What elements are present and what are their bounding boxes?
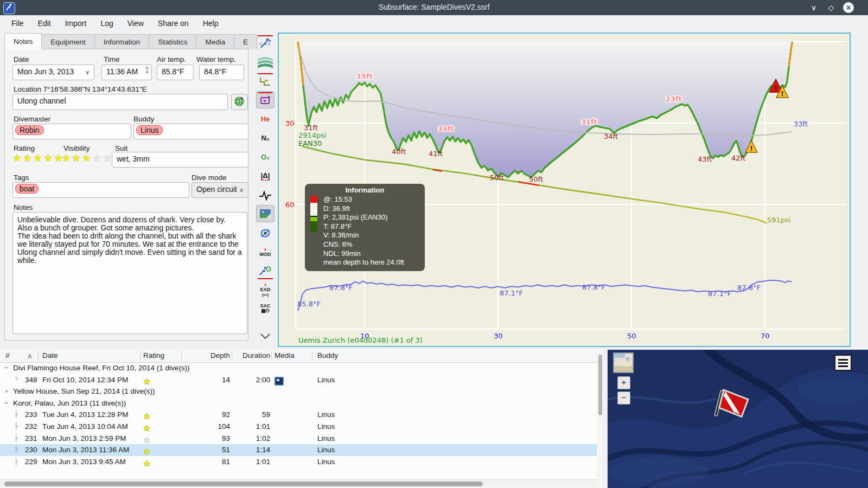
expander-icon[interactable]: ›	[3, 402, 10, 404]
close-button[interactable]: ×	[843, 2, 854, 13]
scrollbar-thumb[interactable]	[4, 481, 483, 486]
dive-computer-button[interactable]	[256, 35, 275, 52]
location-label: Location 7°16'58.386"N 134°14'43.631"E	[14, 85, 146, 93]
maximize-button[interactable]: ◇	[826, 2, 837, 13]
buddy-tag[interactable]: Linus	[136, 125, 163, 135]
map-menu-button[interactable]	[834, 355, 852, 371]
minimize-button[interactable]: ∨	[808, 2, 819, 13]
dive-trip-row[interactable]: ›Yellow House, Sun Sep 21, 2014 (1 dive(…	[0, 386, 597, 397]
oxygen-button[interactable]: O₂	[256, 148, 275, 165]
dive-row[interactable]: ├231Mon Jun 3, 2013 2:59 PM★★★★★931:02Li…	[0, 433, 597, 445]
toolbar-scroll-down-button[interactable]	[256, 328, 275, 345]
watertemp-field[interactable]: 84.8°F	[199, 65, 244, 80]
divemaster-tag[interactable]: Robin	[15, 125, 44, 135]
menu-file[interactable]: File	[4, 15, 31, 31]
star-icon[interactable]: ★	[143, 459, 150, 468]
col-number[interactable]: #	[5, 351, 10, 359]
star-icon[interactable]: ★	[82, 152, 91, 164]
map-view[interactable]: + −	[608, 350, 868, 488]
star-icon[interactable]: ★	[143, 412, 150, 421]
dive-row[interactable]: └348Fri Oct 10, 2014 12:34 PM★★★★★142:00…	[0, 374, 597, 386]
star-icon[interactable]: ★	[43, 152, 53, 164]
airtemp-field[interactable]: 85.8°F	[157, 65, 194, 80]
tab-information[interactable]: Information	[94, 34, 150, 49]
divemaster-input[interactable]: Robin	[12, 124, 131, 139]
mod-button[interactable]: ＋MOD	[256, 243, 275, 261]
photos-button[interactable]	[256, 205, 275, 222]
col-media[interactable]: Media	[275, 351, 295, 359]
nitrogen-button[interactable]: N₂	[256, 129, 275, 146]
tab-statistics[interactable]: Statistics	[149, 34, 196, 49]
star-icon[interactable]: ★	[143, 435, 150, 445]
star-icon[interactable]: ★	[12, 152, 22, 164]
col-buddy[interactable]: Buddy	[317, 351, 338, 359]
dive-duration: 1:02	[232, 434, 270, 442]
star-icon[interactable]: ★	[103, 152, 112, 164]
suit-input[interactable]: wet, 3mm	[112, 152, 248, 168]
star-icon[interactable]: ★	[72, 152, 81, 164]
star-icon[interactable]: ★	[143, 447, 150, 457]
location-input[interactable]: Ulong channel	[12, 94, 228, 110]
col-rating[interactable]: Rating	[143, 351, 164, 359]
star-icon[interactable]: ★	[92, 152, 101, 164]
dive-profile-chart[interactable]: 15ft35ft31ft23ft31ft40ft41ft50ft50ft34ft…	[278, 33, 851, 347]
dive-list-header[interactable]: # ∧ Date Rating Depth Duration Media Bud…	[0, 349, 597, 363]
minimap-thumbnail[interactable]	[613, 352, 634, 373]
expander-icon[interactable]: ›	[3, 367, 10, 369]
map-zoom-out-button[interactable]: −	[617, 391, 630, 404]
dive-row[interactable]: ├232Tue Jun 4, 2013 10:04 AM★★★★★1041:01…	[0, 421, 597, 433]
ceiling-button[interactable]	[256, 91, 275, 108]
dive-row[interactable]: ├233Tue Jun 4, 2013 12:28 PM★★★★★9259Lin…	[0, 409, 597, 421]
menu-log[interactable]: Log	[93, 15, 120, 31]
dive-row[interactable]: ├229Mon Jun 3, 2013 9:45 AM★★★★★811:01Li…	[0, 456, 597, 468]
star-icon[interactable]: ★	[33, 152, 42, 164]
waves-button[interactable]	[256, 54, 275, 71]
time-spinbox[interactable]: 11:36 AM∧∨	[101, 65, 152, 80]
tags-input[interactable]: boat	[12, 182, 189, 198]
date-combobox[interactable]: Mon Jun 3, 2013∨	[12, 65, 94, 80]
menu-help[interactable]: Help	[196, 15, 226, 31]
tab-equipment[interactable]: Equipment	[41, 34, 95, 49]
divemode-select[interactable]: Open circuit∨	[192, 182, 248, 198]
menu-share-on[interactable]: Share on	[151, 15, 196, 31]
horizontal-scrollbar[interactable]	[0, 479, 597, 487]
steps-icon	[259, 75, 272, 88]
col-date[interactable]: Date	[42, 351, 58, 359]
globe-button[interactable]	[231, 94, 248, 110]
profile-steps-button[interactable]	[256, 73, 275, 90]
tag-boat[interactable]: boat	[15, 184, 39, 194]
spin-arrows-icon[interactable]: ∧∨	[145, 66, 149, 74]
sac-button[interactable]: SAC▦⏱	[256, 300, 275, 317]
expander-icon[interactable]: ›	[5, 387, 8, 395]
time-speed-button[interactable]	[256, 262, 275, 280]
star-icon[interactable]: ★	[61, 152, 71, 164]
notes-textarea[interactable]: Unbelievable dive. Dozens and dozens of …	[12, 212, 247, 334]
svg-text:!: !	[781, 89, 784, 98]
heart-rate-button[interactable]	[256, 187, 275, 204]
delta-button[interactable]: |Δ|	[256, 167, 275, 184]
menu-import[interactable]: Import	[58, 15, 94, 31]
buddy-input[interactable]: Linus	[133, 124, 248, 139]
dive-row[interactable]: ├230Mon Jun 3, 2013 11:36 AM★★★★★511:14L…	[0, 444, 597, 456]
ead-button[interactable]: ＋EAD(•••)	[256, 281, 275, 298]
visibility-stars[interactable]: ★★★★★	[61, 153, 113, 163]
star-icon[interactable]: ★	[143, 423, 150, 433]
helium-button[interactable]: He	[256, 110, 275, 127]
col-duration[interactable]: Duration	[232, 351, 270, 359]
star-icon[interactable]: ★	[143, 377, 150, 387]
chart-label: 33ft	[794, 120, 808, 128]
star-icon[interactable]: ★	[23, 152, 32, 164]
dive-trip-row[interactable]: ›Koror, Palau, Jun 2013 (11 dive(s))	[0, 397, 597, 409]
tab-notes[interactable]: Notes	[4, 33, 42, 49]
rating-stars[interactable]: ★★★★★	[12, 153, 64, 163]
tab-media[interactable]: Media	[196, 34, 234, 49]
dive-trip-row[interactable]: ›Divi Flamingo House Reef, Fri Oct 10, 2…	[0, 362, 597, 374]
menu-edit[interactable]: Edit	[31, 15, 58, 31]
weather-button[interactable]	[256, 224, 275, 242]
title-bar: Subsurface: SampleDivesV2.ssrf ∨ ◇ ×	[0, 0, 868, 15]
col-depth[interactable]: Depth	[184, 351, 230, 359]
menu-view[interactable]: View	[120, 15, 151, 31]
vertical-scrollbar[interactable]	[597, 349, 603, 488]
map-zoom-in-button[interactable]: +	[617, 376, 630, 389]
scrollbar-thumb[interactable]	[598, 355, 602, 415]
